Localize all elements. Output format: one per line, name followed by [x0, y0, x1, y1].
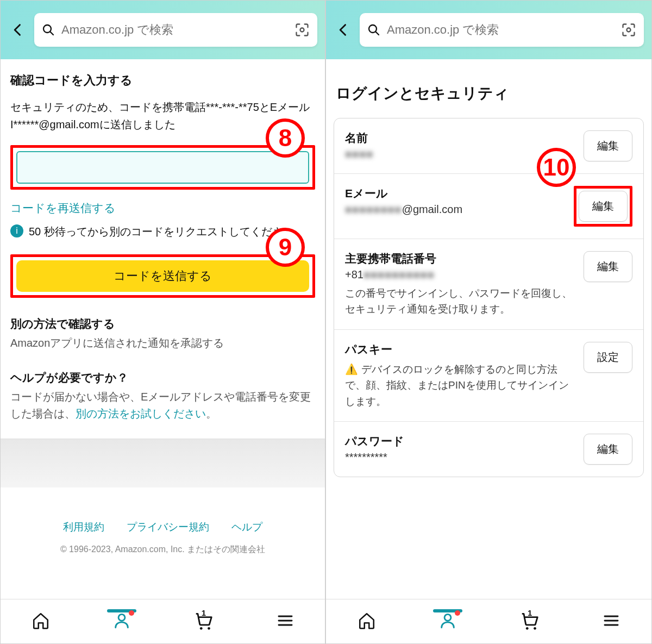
nav-home[interactable] — [32, 611, 50, 632]
arrow-left-icon — [336, 22, 351, 37]
user-icon — [112, 611, 131, 630]
alt-verify-text: Amazonアプリに送信された通知を承認する — [10, 335, 315, 352]
phone-masked: ●●●●●●●●●● — [363, 268, 435, 280]
search-bar[interactable] — [360, 13, 644, 47]
help-link[interactable]: 別の方法をお試しください — [76, 408, 206, 420]
phone-label: 主要携帯電話番号 — [345, 251, 575, 266]
page-title: ログインとセキュリティ — [336, 83, 642, 104]
app-header — [326, 1, 651, 59]
phone-value: +81●●●●●●●●●● — [345, 268, 575, 281]
back-button[interactable] — [334, 20, 353, 40]
home-icon — [358, 611, 376, 630]
scan-icon[interactable] — [621, 22, 636, 37]
footer-help-link[interactable]: ヘルプ — [231, 521, 262, 533]
annotation-box-9: コードを送信する 9 — [10, 254, 315, 298]
svg-point-3 — [200, 627, 203, 629]
settings-card: 名前 ●●●● 編集 Eメール ●●●●●●●●@gmail.com 編 — [334, 118, 644, 477]
verification-code-input[interactable] — [16, 151, 309, 184]
nav-cart[interactable]: 1 — [519, 610, 540, 633]
nav-account[interactable] — [112, 611, 131, 632]
scan-icon[interactable] — [294, 22, 310, 37]
email-value-domain: @gmail.com — [402, 203, 462, 215]
cart-count: 1 — [528, 608, 532, 617]
help-heading: ヘルプが必要ですか？ — [10, 370, 315, 385]
info-text: 50 秒待ってから別のコードをリクエストしてください。 — [29, 223, 305, 240]
footer-gradient — [1, 439, 325, 487]
notification-dot-icon — [129, 610, 134, 616]
edit-password-button[interactable]: 編集 — [584, 434, 632, 465]
notification-dot-icon — [455, 610, 460, 616]
nav-menu[interactable] — [277, 612, 294, 632]
copyright-text: © 1996-2023, Amazon.com, Inc. またはその関連会社 — [10, 544, 315, 555]
row-email: Eメール ●●●●●●●●@gmail.com 編集 10 — [334, 174, 643, 239]
bottom-nav: 1 — [326, 599, 651, 643]
edit-phone-button[interactable]: 編集 — [584, 251, 632, 282]
svg-point-9 — [534, 627, 536, 629]
footer-links: 利用規約 プライバシー規約 ヘルプ — [10, 487, 315, 534]
email-value-masked: ●●●●●●●● — [345, 203, 402, 215]
search-icon — [367, 23, 380, 36]
hamburger-icon — [277, 612, 294, 629]
alt-verify-heading: 別の方法で確認する — [10, 316, 315, 332]
footer-terms-link[interactable]: 利用規約 — [63, 521, 104, 533]
search-input[interactable] — [61, 23, 288, 37]
row-name: 名前 ●●●● 編集 — [334, 118, 643, 174]
footer-privacy-link[interactable]: プライバシー規約 — [127, 521, 209, 533]
app-header — [1, 1, 325, 59]
password-value: ********** — [345, 451, 575, 464]
cart-count: 1 — [202, 608, 206, 617]
email-label: Eメール — [345, 186, 565, 201]
nav-cart[interactable]: 1 — [193, 610, 214, 633]
help-text: コードが届かない場合や、Eメールアドレスや電話番号を変更した場合は、別の方法をお… — [10, 389, 315, 422]
annotation-box-8: 8 — [10, 145, 315, 190]
name-label: 名前 — [345, 130, 575, 146]
phone-prefix: +81 — [345, 268, 363, 280]
password-label: パスワード — [345, 434, 575, 449]
svg-point-6 — [627, 28, 631, 32]
passkey-note: ⚠️デバイスのロックを解除するのと同じ方法で、顔、指紋、またはPINを使用してサ… — [345, 361, 575, 409]
svg-point-7 — [444, 614, 451, 621]
svg-point-2 — [118, 614, 125, 621]
edit-name-button[interactable]: 編集 — [584, 130, 632, 161]
svg-point-8 — [526, 627, 529, 629]
send-code-button[interactable]: コードを送信する — [16, 260, 309, 292]
row-passkey: パスキー ⚠️デバイスのロックを解除するのと同じ方法で、顔、指紋、またはPINを… — [334, 330, 643, 422]
help-text-post: 。 — [206, 408, 217, 420]
arrow-left-icon — [10, 22, 26, 37]
page-title: 確認コードを入力する — [10, 72, 315, 89]
resend-code-link[interactable]: コードを再送信する — [10, 201, 116, 216]
user-icon — [438, 611, 457, 630]
svg-point-1 — [300, 28, 304, 32]
passkey-note-text: デバイスのロックを解除するのと同じ方法で、顔、指紋、またはPINを使用してサイン… — [345, 364, 569, 407]
info-icon: i — [10, 224, 23, 237]
passkey-label: パスキー — [345, 342, 575, 357]
row-password: パスワード ********** 編集 — [334, 422, 643, 477]
edit-email-button[interactable]: 編集 — [579, 191, 628, 222]
phone-note: この番号でサインインし、パスワードを回復し、セキュリティ通知を受け取ります。 — [345, 285, 575, 317]
setup-passkey-button[interactable]: 設定 — [584, 342, 632, 373]
annotation-bubble-10: 10 — [537, 148, 576, 187]
nav-account[interactable] — [438, 611, 457, 632]
hamburger-icon — [603, 612, 620, 629]
search-input[interactable] — [387, 23, 615, 37]
svg-point-4 — [208, 627, 210, 629]
row-phone: 主要携帯電話番号 +81●●●●●●●●●● この番号でサインインし、パスワード… — [334, 239, 643, 330]
bottom-nav: 1 — [1, 599, 325, 643]
back-button[interactable] — [8, 20, 28, 40]
annotation-box-10: 編集 — [574, 186, 632, 227]
warning-icon: ⚠️ — [345, 364, 358, 375]
home-icon — [32, 611, 50, 630]
annotation-bubble-8: 8 — [266, 118, 305, 158]
nav-home[interactable] — [358, 611, 376, 632]
name-value: ●●●● — [345, 148, 373, 160]
email-value: ●●●●●●●●@gmail.com — [345, 203, 565, 216]
annotation-bubble-9: 9 — [266, 228, 305, 267]
search-bar[interactable] — [34, 13, 317, 47]
search-icon — [42, 23, 55, 36]
nav-menu[interactable] — [603, 612, 620, 632]
